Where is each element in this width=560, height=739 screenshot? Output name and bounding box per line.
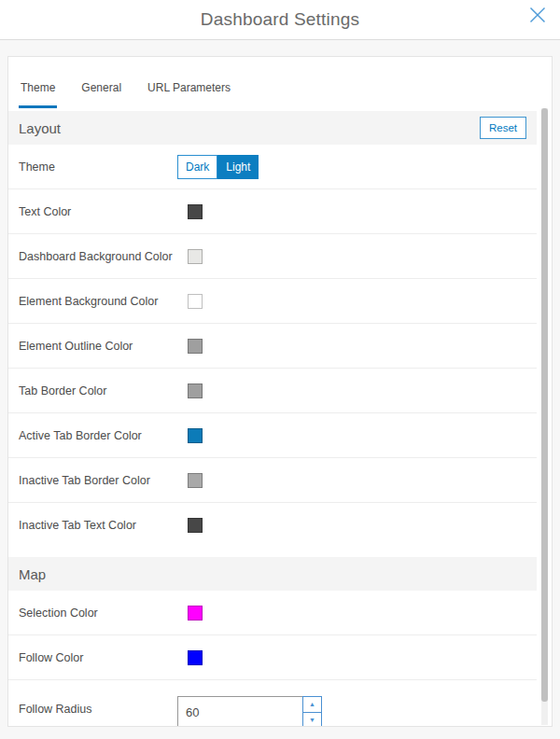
close-icon bbox=[528, 6, 547, 24]
spinner-up-icon[interactable]: ▲ bbox=[303, 697, 321, 713]
color-swatch[interactable] bbox=[188, 428, 203, 443]
settings-panel: Theme General URL Parameters Layout Rese… bbox=[7, 56, 553, 727]
reset-button[interactable]: Reset bbox=[480, 117, 526, 139]
setting-label: Dashboard Background Color bbox=[19, 250, 177, 263]
setting-row-inactive-tab-text-color: Inactive Tab Text Color bbox=[8, 503, 537, 548]
tab-general[interactable]: General bbox=[79, 81, 123, 108]
tab-bar: Theme General URL Parameters bbox=[8, 57, 552, 108]
section-header-map: Map bbox=[8, 557, 537, 591]
scrollbar-thumb[interactable] bbox=[541, 108, 548, 702]
dialog-title: Dashboard Settings bbox=[201, 9, 359, 30]
setting-row-active-tab-border-color: Active Tab Border Color bbox=[8, 413, 537, 458]
setting-label: Text Color bbox=[19, 205, 177, 218]
dialog-body: Theme General URL Parameters Layout Rese… bbox=[0, 40, 560, 739]
theme-toggle: Dark Light bbox=[177, 155, 259, 179]
color-swatch[interactable] bbox=[188, 339, 203, 354]
spinner-down-icon[interactable]: ▼ bbox=[303, 713, 321, 728]
setting-row-tab-border-color: Tab Border Color bbox=[8, 369, 537, 413]
setting-label: Tab Border Color bbox=[19, 384, 177, 397]
setting-label: Inactive Tab Border Color bbox=[19, 474, 177, 487]
section-header-layout: Layout Reset bbox=[8, 111, 537, 145]
setting-row-text-color: Text Color bbox=[8, 189, 537, 234]
setting-label: Follow Radius bbox=[19, 703, 177, 716]
setting-label: Selection Color bbox=[19, 607, 177, 620]
dialog-header: Dashboard Settings bbox=[0, 0, 560, 40]
follow-radius-stepper: ▲ ▼ bbox=[177, 696, 322, 727]
follow-radius-input[interactable] bbox=[177, 696, 302, 727]
color-swatch[interactable] bbox=[188, 650, 203, 665]
setting-label: Active Tab Border Color bbox=[19, 429, 177, 442]
stepper-buttons: ▲ ▼ bbox=[302, 696, 322, 727]
setting-label: Element Outline Color bbox=[19, 340, 177, 353]
setting-row-follow-radius: Follow Radius ▲ ▼ bbox=[8, 680, 537, 727]
section-title: Map bbox=[19, 566, 46, 582]
setting-label: Theme bbox=[19, 160, 177, 174]
color-swatch[interactable] bbox=[188, 606, 203, 620]
color-swatch[interactable] bbox=[188, 249, 203, 264]
close-button[interactable] bbox=[526, 4, 549, 26]
setting-label: Inactive Tab Text Color bbox=[19, 519, 177, 532]
setting-label: Follow Color bbox=[19, 651, 177, 664]
setting-row-dashboard-background-color: Dashboard Background Color bbox=[8, 234, 537, 279]
setting-row-element-outline-color: Element Outline Color bbox=[8, 324, 537, 369]
setting-row-follow-color: Follow Color bbox=[8, 635, 537, 680]
color-swatch[interactable] bbox=[188, 204, 203, 219]
color-swatch[interactable] bbox=[188, 383, 203, 398]
tab-theme[interactable]: Theme bbox=[19, 81, 57, 108]
color-swatch[interactable] bbox=[188, 473, 203, 488]
setting-row-inactive-tab-border-color: Inactive Tab Border Color bbox=[8, 458, 537, 503]
theme-option-light[interactable]: Light bbox=[217, 155, 259, 179]
settings-content: Layout Reset Theme Dark Light Text Color… bbox=[8, 111, 537, 727]
color-swatch[interactable] bbox=[188, 294, 203, 309]
section-title: Layout bbox=[19, 120, 61, 136]
setting-row-selection-color: Selection Color bbox=[8, 591, 537, 635]
setting-row-theme: Theme Dark Light bbox=[8, 145, 537, 189]
theme-option-dark[interactable]: Dark bbox=[177, 155, 217, 179]
color-swatch[interactable] bbox=[188, 518, 203, 533]
scrollbar-track[interactable] bbox=[541, 108, 548, 725]
tab-url-parameters[interactable]: URL Parameters bbox=[146, 81, 232, 108]
setting-label: Element Background Color bbox=[19, 295, 177, 308]
setting-row-element-background-color: Element Background Color bbox=[8, 279, 537, 324]
